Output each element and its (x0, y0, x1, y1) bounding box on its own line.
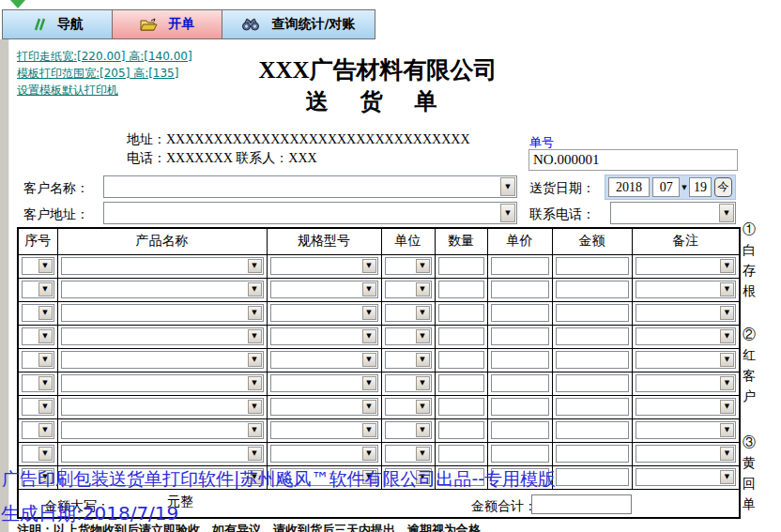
remark-select[interactable]: ▼ (636, 445, 737, 463)
remark-select[interactable]: ▼ (636, 421, 737, 439)
chevron-down-icon[interactable]: ▼ (38, 376, 53, 390)
chevron-down-icon[interactable]: ▼ (362, 353, 376, 367)
date-day-field[interactable]: 19 (689, 177, 712, 197)
quantity-input[interactable] (438, 421, 484, 439)
unit-select[interactable]: ▼ (385, 281, 432, 298)
unit-price-input[interactable] (491, 257, 549, 275)
tab-navigation[interactable]: 导航 (2, 9, 113, 39)
remark-select[interactable]: ▼ (636, 281, 737, 298)
unit-select[interactable]: ▼ (385, 374, 432, 392)
product-name-select[interactable]: ▼ (61, 257, 264, 275)
remark-select[interactable]: ▼ (636, 257, 737, 275)
chevron-down-icon[interactable]: ▼ (416, 353, 430, 367)
today-button[interactable]: 今 (714, 177, 732, 197)
chevron-down-icon[interactable]: ▼ (500, 177, 515, 196)
quantity-input[interactable] (438, 304, 484, 322)
product-name-select[interactable]: ▼ (61, 304, 264, 322)
chevron-down-icon[interactable]: ▼ (720, 376, 734, 390)
quantity-input[interactable] (438, 398, 484, 416)
product-name-select[interactable]: ▼ (61, 327, 264, 345)
chevron-down-icon[interactable]: ▼ (38, 423, 53, 437)
chevron-down-icon[interactable]: ▼ (362, 282, 376, 296)
unit-price-input[interactable] (491, 445, 549, 463)
product-name-select[interactable]: ▼ (61, 398, 264, 416)
unit-price-input[interactable] (491, 398, 549, 416)
unit-select[interactable]: ▼ (385, 327, 432, 345)
chevron-down-icon[interactable]: ▼ (362, 306, 376, 320)
product-name-select[interactable]: ▼ (61, 421, 264, 439)
row-index-select[interactable]: ▼ (22, 374, 54, 392)
chevron-down-icon[interactable]: ▼ (248, 329, 262, 343)
chevron-down-icon[interactable]: ▼ (248, 306, 262, 320)
chevron-down-icon[interactable]: ▼ (362, 329, 376, 343)
amount-input[interactable] (556, 281, 629, 298)
amount-input[interactable] (556, 327, 629, 345)
row-index-select[interactable]: ▼ (22, 421, 54, 439)
spec-model-select[interactable]: ▼ (270, 351, 378, 369)
chevron-down-icon[interactable]: ▼ (38, 306, 53, 320)
row-index-select[interactable]: ▼ (22, 351, 54, 369)
unit-select[interactable]: ▼ (385, 421, 432, 439)
remark-select[interactable]: ▼ (636, 374, 737, 392)
unit-price-input[interactable] (491, 374, 549, 392)
spec-model-select[interactable]: ▼ (270, 421, 378, 439)
product-name-select[interactable]: ▼ (61, 281, 264, 298)
quantity-input[interactable] (438, 351, 484, 369)
amount-input[interactable] (556, 257, 629, 275)
chevron-down-icon[interactable]: ▼ (720, 353, 734, 367)
unit-select[interactable]: ▼ (385, 304, 432, 322)
chevron-down-icon[interactable]: ▼ (416, 400, 430, 414)
chevron-down-icon[interactable]: ▼ (416, 259, 430, 273)
remark-select[interactable]: ▼ (636, 468, 737, 486)
amount-input[interactable] (556, 421, 629, 439)
unit-price-input[interactable] (491, 421, 549, 439)
remark-select[interactable]: ▼ (636, 398, 737, 416)
row-index-select[interactable]: ▼ (22, 445, 54, 463)
quantity-input[interactable] (438, 327, 484, 345)
chevron-down-icon[interactable]: ▼ (38, 282, 53, 296)
remark-select[interactable]: ▼ (636, 351, 737, 369)
chevron-down-icon[interactable]: ▼ (720, 400, 734, 414)
row-index-select[interactable]: ▼ (22, 257, 54, 275)
remark-select[interactable]: ▼ (636, 304, 737, 322)
tab-billing[interactable]: 开单 (113, 9, 222, 39)
row-index-select[interactable]: ▼ (22, 281, 54, 298)
product-name-select[interactable]: ▼ (61, 351, 264, 369)
chevron-down-icon[interactable]: ▼ (248, 353, 262, 367)
spec-model-select[interactable]: ▼ (270, 445, 378, 463)
spec-model-select[interactable]: ▼ (270, 304, 378, 322)
chevron-down-icon[interactable]: ▼ (248, 447, 262, 461)
chevron-down-icon[interactable]: ▼ (38, 400, 53, 414)
chevron-down-icon[interactable]: ▼ (38, 447, 53, 461)
unit-price-input[interactable] (491, 281, 549, 298)
chevron-down-icon[interactable]: ▼ (248, 376, 262, 390)
unit-price-input[interactable] (491, 304, 549, 322)
chevron-down-icon[interactable]: ▼ (248, 282, 262, 296)
unit-price-input[interactable] (491, 351, 549, 369)
chevron-down-icon[interactable]: ▼ (416, 306, 430, 320)
chevron-down-icon[interactable]: ▼ (248, 423, 262, 437)
chevron-down-icon[interactable]: ▼ (38, 329, 53, 343)
spec-model-select[interactable]: ▼ (270, 257, 378, 275)
tab-query-stats[interactable]: 查询统计/对账 (222, 9, 375, 39)
row-index-select[interactable]: ▼ (22, 327, 54, 345)
chevron-down-icon[interactable]: ▼ (362, 447, 376, 461)
unit-select[interactable]: ▼ (385, 445, 432, 463)
chevron-down-icon[interactable]: ▼ (38, 259, 53, 273)
quantity-input[interactable] (438, 257, 484, 275)
chevron-down-icon[interactable]: ▼ (248, 259, 262, 273)
chevron-down-icon[interactable]: ▼ (720, 423, 734, 437)
quantity-input[interactable] (438, 374, 484, 392)
amount-input[interactable] (556, 468, 629, 486)
chevron-down-icon[interactable]: ▼ (248, 400, 262, 414)
chevron-down-icon[interactable]: ▼ (720, 306, 734, 320)
customer-name-select[interactable]: ▼ (103, 175, 517, 198)
unit-price-input[interactable] (491, 327, 549, 345)
chevron-down-icon[interactable]: ▼ (720, 282, 734, 296)
amount-input[interactable] (556, 304, 629, 322)
chevron-down-icon[interactable]: ▼ (500, 204, 515, 222)
row-index-select[interactable]: ▼ (22, 398, 54, 416)
spec-model-select[interactable]: ▼ (270, 281, 378, 298)
chevron-down-icon[interactable]: ▼ (720, 329, 734, 343)
product-name-select[interactable]: ▼ (61, 374, 264, 392)
